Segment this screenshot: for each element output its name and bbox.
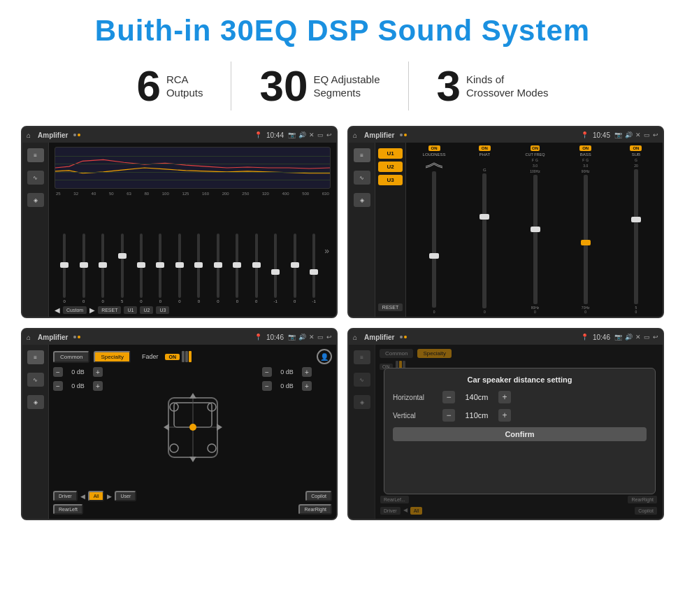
eq-u3-btn[interactable]: U3 [156, 306, 169, 314]
fader-driver-btn[interactable]: Driver [53, 491, 78, 501]
eq-u2-btn[interactable]: U2 [140, 306, 153, 314]
fader-plus-2[interactable]: + [93, 381, 103, 391]
fader-plus-4[interactable]: + [302, 381, 312, 391]
eq-slider-3[interactable]: 5 [113, 234, 130, 303]
eq-sidebar-wave-icon[interactable]: ∿ [27, 171, 44, 185]
eq-sidebar-eq-icon[interactable]: ≡ [27, 148, 44, 162]
eq-slider-1[interactable]: 0 [75, 234, 92, 303]
fader-copilot-btn[interactable]: Copilot [305, 491, 332, 501]
preset-u2[interactable]: U2 [378, 162, 403, 172]
eq-sidebar-speaker-icon[interactable]: ◈ [27, 193, 44, 207]
eq-track-3[interactable] [121, 234, 124, 298]
eq-thumb-4[interactable] [137, 262, 145, 268]
fader-rearleft-btn[interactable]: RearLeft [53, 504, 83, 515]
d-back-icon[interactable]: ↩ [653, 334, 658, 341]
eq-slider-13[interactable]: -1 [305, 234, 322, 303]
eq-slider-0[interactable]: 0 [56, 234, 73, 303]
eq-track-11[interactable] [274, 234, 277, 298]
fader-person-icon[interactable]: 👤 [317, 349, 332, 364]
eq-back-icon[interactable]: ↩ [326, 131, 332, 138]
eq-track-13[interactable] [312, 234, 315, 298]
eq-slider-8[interactable]: 0 [210, 234, 226, 303]
sub-thumb[interactable] [631, 217, 641, 222]
eq-slider-4[interactable]: 0 [133, 234, 150, 303]
eq-thumb-10[interactable] [252, 262, 261, 268]
eq-thumb-11[interactable] [271, 269, 280, 275]
loudness-slider[interactable] [432, 171, 436, 308]
f-sidebar-speaker-icon[interactable]: ◈ [27, 395, 44, 409]
loudness-thumb[interactable] [429, 253, 439, 259]
preset-u1[interactable]: U1 [378, 148, 403, 159]
fader-home-icon[interactable]: ⌂ [27, 334, 31, 341]
bass-slider[interactable] [584, 175, 588, 304]
preset-u3[interactable]: U3 [378, 175, 403, 185]
eq-play-btn[interactable]: ▶ [89, 306, 95, 314]
c-back-icon[interactable]: ↩ [653, 131, 658, 138]
phat-slider[interactable] [482, 173, 486, 308]
eq-thumb-1[interactable] [80, 262, 88, 268]
sub-on-btn[interactable]: ON [630, 145, 642, 151]
eq-track-2[interactable] [101, 234, 104, 298]
eq-u1-btn[interactable]: U1 [124, 306, 137, 314]
eq-more-icon[interactable]: » [324, 246, 329, 256]
eq-reset-btn[interactable]: RESET [98, 306, 121, 314]
eq-track-12[interactable] [294, 234, 296, 298]
crossover-reset-btn[interactable]: RESET [378, 303, 403, 311]
c-sidebar-eq-icon[interactable]: ≡ [354, 148, 370, 162]
horizontal-minus-btn[interactable]: − [442, 391, 455, 403]
eq-track-7[interactable] [197, 234, 200, 298]
eq-custom-btn[interactable]: Custom [63, 306, 87, 314]
eq-slider-12[interactable]: 0 [286, 234, 303, 303]
eq-track-10[interactable] [255, 234, 258, 298]
fader-specialty-tab[interactable]: Specialty [94, 351, 130, 363]
eq-thumb-13[interactable] [310, 269, 318, 275]
eq-slider-2[interactable]: 0 [94, 234, 111, 303]
fader-minus-1[interactable]: − [53, 367, 63, 377]
c-sidebar-wave-icon[interactable]: ∿ [354, 171, 370, 185]
confirm-button[interactable]: Confirm [393, 427, 647, 441]
eq-thumb-0[interactable] [60, 262, 68, 268]
phat-on-btn[interactable]: ON [479, 145, 491, 151]
eq-slider-10[interactable]: 0 [248, 234, 265, 303]
cutfreq-slider[interactable] [533, 175, 538, 304]
eq-thumb-6[interactable] [175, 262, 184, 268]
fader-plus-1[interactable]: + [93, 367, 103, 377]
fader-plus-3[interactable]: + [302, 367, 312, 377]
fader-rearright-btn[interactable]: RearRight [298, 504, 332, 515]
loudness-on-btn[interactable]: ON [428, 145, 440, 151]
fader-right-arrow[interactable]: ▶ [107, 493, 112, 500]
eq-slider-11[interactable]: -1 [267, 234, 284, 303]
eq-thumb-12[interactable] [291, 262, 299, 268]
eq-slider-9[interactable]: 0 [229, 234, 245, 303]
eq-track-1[interactable] [82, 234, 85, 298]
sub-slider[interactable] [634, 169, 638, 304]
eq-thumb-7[interactable] [194, 262, 203, 268]
f-sidebar-eq-icon[interactable]: ≡ [27, 350, 44, 364]
eq-thumb-3[interactable] [118, 253, 127, 259]
c-sidebar-speaker-icon[interactable]: ◈ [354, 193, 370, 207]
phat-thumb[interactable] [480, 214, 489, 220]
bass-on-btn[interactable]: ON [579, 145, 591, 151]
crossover-home-icon[interactable]: ⌂ [353, 131, 357, 139]
eq-slider-5[interactable]: 0 [152, 234, 168, 303]
eq-slider-6[interactable]: 0 [171, 234, 188, 303]
fader-all-btn[interactable]: All [88, 491, 105, 501]
fader-left-arrow[interactable]: ◀ [80, 493, 85, 500]
eq-track-8[interactable] [217, 234, 219, 298]
horizontal-plus-btn[interactable]: + [498, 391, 511, 403]
f-back-icon[interactable]: ↩ [326, 334, 332, 341]
fader-user-btn[interactable]: User [115, 491, 136, 501]
fader-minus-2[interactable]: − [53, 381, 63, 391]
eq-thumb-5[interactable] [156, 262, 164, 268]
bass-thumb[interactable] [581, 240, 591, 245]
eq-track-5[interactable] [159, 234, 161, 298]
vertical-plus-btn[interactable]: + [498, 409, 511, 422]
eq-track-6[interactable] [178, 234, 181, 298]
fader-common-tab[interactable]: Common [53, 351, 89, 363]
f-sidebar-wave-icon[interactable]: ∿ [27, 373, 44, 387]
eq-thumb-8[interactable] [214, 262, 222, 268]
fader-minus-4[interactable]: − [262, 381, 272, 391]
fader-minus-3[interactable]: − [262, 367, 272, 377]
fader-on-btn[interactable]: ON [165, 354, 180, 360]
eq-thumb-2[interactable] [99, 262, 107, 268]
